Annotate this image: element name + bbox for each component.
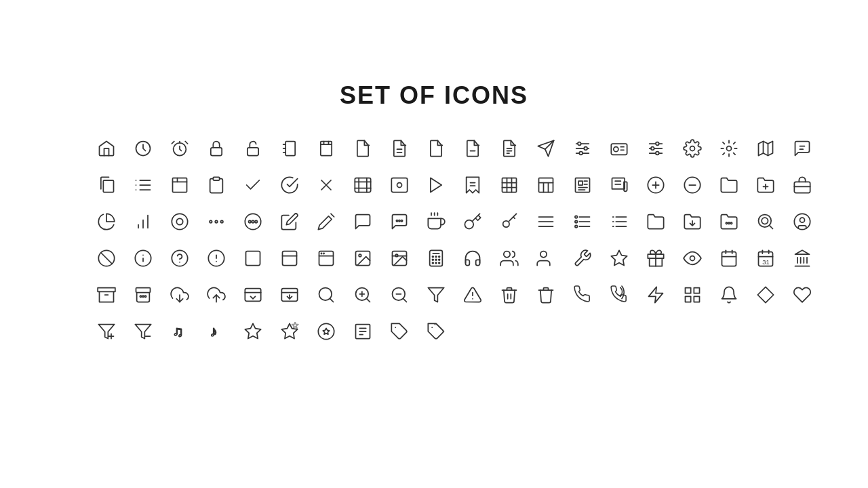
svg-point-139 (323, 253, 324, 253)
svg-point-121 (794, 214, 810, 229)
icon-donut (161, 203, 198, 240)
svg-point-181 (144, 296, 146, 297)
icon-pie (88, 203, 125, 240)
icon-phone (564, 277, 601, 313)
icon-plus-circle (637, 167, 674, 203)
svg-point-29 (727, 146, 732, 151)
icon-wrench (564, 240, 601, 277)
icon-stars (271, 313, 308, 350)
icon-search-circle (747, 203, 784, 240)
icon-notebook2 (308, 130, 344, 167)
icon-folder4 (674, 203, 711, 240)
icon-send (528, 130, 564, 167)
icon-tag (381, 313, 418, 350)
svg-marker-216 (292, 322, 298, 328)
svg-marker-30 (759, 142, 773, 156)
svg-point-116 (728, 222, 730, 224)
icon-archive3 (235, 277, 271, 313)
icon-archive2 (125, 277, 161, 313)
svg-point-122 (800, 218, 805, 222)
svg-rect-46 (355, 178, 370, 192)
svg-point-90 (252, 220, 254, 223)
svg-point-94 (399, 220, 400, 222)
svg-line-190 (330, 298, 333, 302)
svg-point-138 (321, 253, 321, 253)
icon-receipt (454, 167, 491, 203)
svg-rect-134 (283, 251, 297, 266)
svg-marker-176 (795, 250, 810, 254)
icon-toolbox (784, 167, 821, 203)
icon-check-circle (271, 167, 308, 203)
icon-newspaper2 (601, 167, 637, 203)
icon-chat-list (784, 130, 821, 167)
icon-dots-circle (235, 203, 271, 240)
icon-grid (674, 277, 711, 313)
svg-marker-201 (649, 287, 663, 302)
icon-calculator (418, 240, 454, 277)
svg-point-141 (359, 254, 361, 257)
icon-close (308, 167, 344, 203)
icon-key2 (491, 203, 528, 240)
svg-point-84 (176, 218, 182, 224)
icon-upload (198, 277, 235, 313)
icon-clock (125, 130, 161, 167)
icon-notepad (161, 167, 198, 203)
svg-point-17 (578, 142, 581, 146)
svg-rect-2 (211, 148, 222, 156)
icon-document-minus (454, 130, 491, 167)
icon-newspaper (564, 167, 601, 203)
icon-download (161, 277, 198, 313)
svg-point-180 (140, 296, 141, 297)
icon-music2: ♪ (198, 313, 235, 350)
icon-lock-open (235, 130, 271, 167)
icon-filter-minus (125, 313, 161, 350)
svg-point-179 (142, 296, 144, 297)
icons-grid: 31♫♪ (88, 130, 821, 350)
icon-search-plus (344, 277, 381, 313)
icon-trash (491, 277, 528, 313)
icon-document-blank (418, 130, 454, 167)
svg-point-26 (651, 147, 654, 150)
svg-rect-205 (694, 296, 699, 302)
icon-pencil (308, 203, 344, 240)
icon-image (344, 240, 381, 277)
icon-music: ♫ (161, 313, 198, 350)
icon-search (308, 277, 344, 313)
svg-point-93 (396, 220, 397, 222)
icon-bell (711, 277, 747, 313)
icon-gift (637, 240, 674, 277)
svg-rect-5 (321, 142, 332, 156)
svg-line-92 (331, 214, 334, 217)
icon-id-card (601, 130, 637, 167)
icon-star2 (235, 313, 271, 350)
svg-point-99 (503, 221, 509, 227)
icon-image2 (381, 240, 418, 277)
icon-list2 (564, 203, 601, 240)
icon-list (125, 167, 161, 203)
icon-edit (271, 203, 308, 240)
icon-diamond (747, 277, 784, 313)
icon-files (88, 167, 125, 203)
svg-line-192 (366, 298, 370, 302)
svg-rect-55 (502, 178, 517, 192)
svg-point-120 (762, 218, 768, 224)
svg-point-86 (215, 220, 218, 223)
svg-line-196 (403, 298, 406, 302)
icon-settings (674, 130, 711, 167)
svg-rect-51 (391, 178, 407, 192)
icon-square (235, 240, 271, 277)
svg-rect-203 (694, 288, 699, 293)
icon-eye (674, 240, 711, 277)
svg-rect-162 (722, 252, 736, 266)
icon-list-check (344, 313, 381, 350)
svg-text:♫: ♫ (173, 323, 184, 339)
icon-users (491, 240, 528, 277)
icon-tags (418, 313, 454, 350)
icon-speech-dots (381, 203, 418, 240)
svg-point-89 (249, 220, 252, 223)
svg-rect-4 (285, 142, 295, 156)
icon-search-minus (381, 277, 418, 313)
icon-row-3: 31 (88, 240, 821, 277)
svg-point-25 (656, 142, 659, 146)
svg-text:♪: ♪ (210, 323, 218, 339)
